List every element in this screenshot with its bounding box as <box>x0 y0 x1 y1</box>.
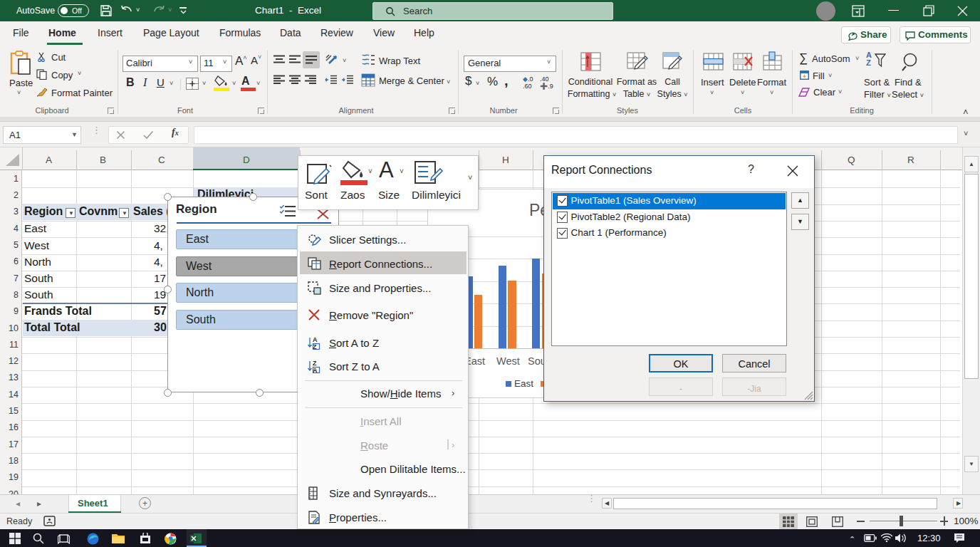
svg-text:Z: Z <box>313 360 317 367</box>
svg-text:A: A <box>313 336 318 343</box>
